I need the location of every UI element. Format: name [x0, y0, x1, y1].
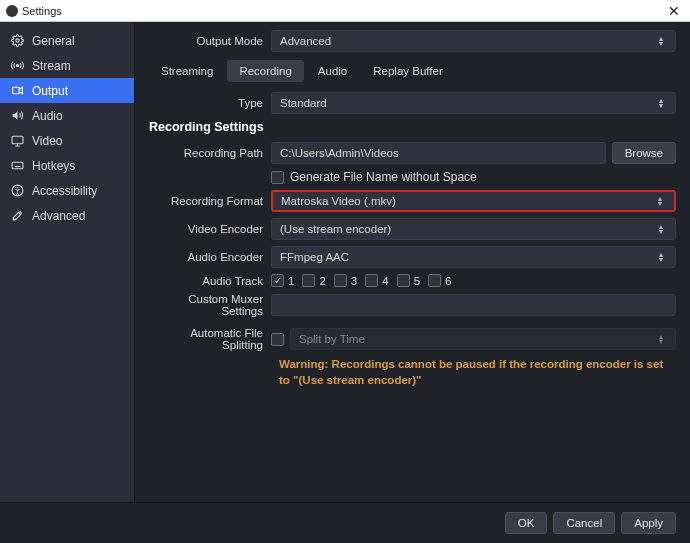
updown-icon: ▲▼ [655, 98, 667, 108]
video-encoder-select[interactable]: (Use stream encoder) ▲▼ [271, 218, 676, 240]
output-tabs: Streaming Recording Audio Replay Buffer [149, 60, 676, 82]
antenna-icon [10, 59, 24, 72]
recording-format-value: Matroska Video (.mkv) [281, 195, 396, 207]
tab-audio[interactable]: Audio [306, 60, 359, 82]
audio-encoder-value: FFmpeg AAC [280, 251, 349, 263]
sidebar-item-label: Advanced [32, 209, 85, 223]
sidebar-item-output[interactable]: Output [0, 78, 134, 103]
svg-point-0 [15, 39, 18, 42]
audio-encoder-select[interactable]: FFmpeg AAC ▲▼ [271, 246, 676, 268]
svg-point-6 [16, 187, 18, 189]
track-3-checkbox[interactable] [334, 274, 347, 287]
encoder-warning: Warning: Recordings cannot be paused if … [149, 357, 676, 388]
track-1-checkbox[interactable] [271, 274, 284, 287]
tab-streaming[interactable]: Streaming [149, 60, 225, 82]
ok-button[interactable]: OK [505, 512, 548, 534]
titlebar: Settings ✕ [0, 0, 690, 22]
video-encoder-value: (Use stream encoder) [280, 223, 391, 235]
video-encoder-label: Video Encoder [149, 223, 271, 235]
sidebar: General Stream Output Audio Video Hotkey… [0, 22, 135, 502]
output-mode-label: Output Mode [149, 35, 271, 47]
sidebar-item-label: Stream [32, 59, 71, 73]
gear-icon [10, 34, 24, 47]
sidebar-item-audio[interactable]: Audio [0, 103, 134, 128]
updown-icon: ▲▼ [655, 334, 667, 344]
auto-split-checkbox[interactable] [271, 333, 284, 346]
browse-button[interactable]: Browse [612, 142, 676, 164]
sidebar-item-general[interactable]: General [0, 28, 134, 53]
sidebar-item-label: Video [32, 134, 62, 148]
custom-muxer-input[interactable] [271, 294, 676, 316]
sidebar-item-label: Audio [32, 109, 63, 123]
tools-icon [10, 209, 24, 222]
keyboard-icon [10, 159, 24, 172]
main-panel: Output Mode Advanced ▲▼ Streaming Record… [135, 22, 690, 502]
svg-point-1 [16, 64, 18, 66]
recording-path-label: Recording Path [149, 147, 271, 159]
gen-filename-label: Generate File Name without Space [290, 170, 477, 184]
updown-icon: ▲▼ [654, 196, 666, 206]
audio-track-label: Audio Track [149, 275, 271, 287]
speaker-icon [10, 109, 24, 122]
sidebar-item-hotkeys[interactable]: Hotkeys [0, 153, 134, 178]
output-mode-select[interactable]: Advanced ▲▼ [271, 30, 676, 52]
track-5-checkbox[interactable] [397, 274, 410, 287]
recording-settings-title: Recording Settings [149, 120, 676, 134]
updown-icon: ▲▼ [655, 252, 667, 262]
track-4-checkbox[interactable] [365, 274, 378, 287]
auto-split-label: Automatic File Splitting [149, 327, 271, 351]
sidebar-item-video[interactable]: Video [0, 128, 134, 153]
close-icon[interactable]: ✕ [664, 3, 684, 19]
sidebar-item-advanced[interactable]: Advanced [0, 203, 134, 228]
sidebar-item-label: General [32, 34, 75, 48]
cancel-button[interactable]: Cancel [553, 512, 615, 534]
type-label: Type [149, 97, 271, 109]
output-mode-value: Advanced [280, 35, 331, 47]
tab-replay-buffer[interactable]: Replay Buffer [361, 60, 454, 82]
tab-recording[interactable]: Recording [227, 60, 303, 82]
sidebar-item-label: Hotkeys [32, 159, 75, 173]
sidebar-item-label: Output [32, 84, 68, 98]
svg-rect-2 [12, 87, 19, 94]
custom-muxer-label: Custom Muxer Settings [149, 293, 271, 317]
dialog-footer: OK Cancel Apply [0, 502, 690, 543]
svg-rect-4 [12, 162, 23, 169]
gen-filename-checkbox[interactable] [271, 171, 284, 184]
sidebar-item-stream[interactable]: Stream [0, 53, 134, 78]
recording-format-label: Recording Format [149, 195, 271, 207]
app-icon [6, 5, 18, 17]
window-title: Settings [22, 5, 62, 17]
svg-rect-3 [12, 136, 23, 144]
sidebar-item-accessibility[interactable]: Accessibility [0, 178, 134, 203]
updown-icon: ▲▼ [655, 36, 667, 46]
recording-format-select[interactable]: Matroska Video (.mkv) ▲▼ [271, 190, 676, 212]
recording-path-input[interactable]: C:\Users\Admin\Videos [271, 142, 606, 164]
apply-button[interactable]: Apply [621, 512, 676, 534]
auto-split-select[interactable]: Split by Time ▲▼ [290, 328, 676, 350]
audio-encoder-label: Audio Encoder [149, 251, 271, 263]
track-2-checkbox[interactable] [302, 274, 315, 287]
accessibility-icon [10, 184, 24, 197]
monitor-icon [10, 134, 24, 147]
output-icon [10, 84, 24, 97]
updown-icon: ▲▼ [655, 224, 667, 234]
sidebar-item-label: Accessibility [32, 184, 97, 198]
type-select[interactable]: Standard ▲▼ [271, 92, 676, 114]
track-6-checkbox[interactable] [428, 274, 441, 287]
type-value: Standard [280, 97, 327, 109]
auto-split-value: Split by Time [299, 333, 365, 345]
